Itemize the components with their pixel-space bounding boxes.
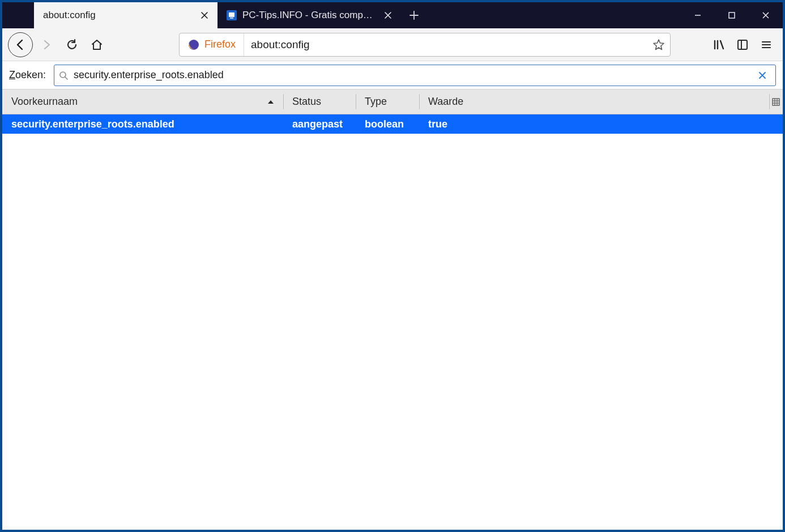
svg-rect-4 [738,40,747,49]
pref-row[interactable]: security.enterprise_roots.enabled aangep… [2,114,783,134]
firefox-logo-icon [187,39,200,51]
column-header-label: Status [292,96,321,108]
tab-about-config[interactable]: about:config [34,2,217,28]
column-header-value[interactable]: Waarde [419,90,769,114]
close-icon[interactable] [199,10,210,20]
maximize-button[interactable] [715,2,749,28]
minimize-button[interactable] [681,2,715,28]
search-label: Zoeken: [9,69,46,81]
column-header-label: Voorkeurnaam [11,96,78,108]
tab-title: about:config [43,10,194,21]
library-button[interactable] [708,34,729,56]
site-favicon-icon [227,10,237,20]
home-button[interactable] [86,34,108,56]
sort-ascending-icon [267,99,274,105]
clear-search-icon[interactable] [758,71,771,79]
menu-button[interactable] [756,34,777,56]
svg-rect-0 [229,12,234,17]
column-header-label: Waarde [428,96,463,108]
column-picker-button[interactable] [769,90,783,114]
close-icon[interactable] [383,10,393,20]
identity-label: Firefox [204,39,236,50]
pref-value: true [419,118,783,130]
pref-status: aangepast [283,118,356,130]
svg-rect-8 [773,99,779,105]
search-input[interactable] [74,69,753,81]
reload-button[interactable] [61,34,83,56]
close-window-button[interactable] [749,2,783,28]
window-controls [681,2,783,28]
pref-type: boolean [356,118,419,130]
column-headers: Voorkeurnaam Status Type Waarde [2,90,783,114]
new-tab-button[interactable] [401,2,427,28]
pref-name: security.enterprise_roots.enabled [2,118,283,130]
url-input[interactable] [244,39,647,51]
svg-rect-2 [729,12,735,18]
nav-toolbar: Firefox [2,28,783,61]
config-search-bar: Zoeken: [2,61,783,90]
svg-line-7 [65,77,67,79]
tab-title: PC-Tips.INFO - Gratis computer [242,10,377,21]
toolbar-right [708,34,777,56]
column-header-status[interactable]: Status [283,90,356,114]
forward-button[interactable] [36,34,58,56]
tab-pc-tips[interactable]: PC-Tips.INFO - Gratis computer [217,2,401,28]
column-header-name[interactable]: Voorkeurnaam [2,90,283,114]
back-button[interactable] [8,32,33,57]
prefs-table: security.enterprise_roots.enabled aangep… [2,114,783,530]
search-icon [59,71,68,80]
sidebar-button[interactable] [732,34,753,56]
search-field[interactable] [54,65,776,86]
identity-box[interactable]: Firefox [180,33,244,56]
firefox-window: about:config PC-Tips.INFO - Gratis compu… [2,2,783,530]
column-header-type[interactable]: Type [356,90,419,114]
bookmark-star-icon[interactable] [647,39,670,51]
tab-strip: about:config PC-Tips.INFO - Gratis compu… [2,2,783,28]
svg-rect-1 [230,18,233,19]
address-bar[interactable]: Firefox [179,33,671,57]
column-header-label: Type [365,96,387,108]
